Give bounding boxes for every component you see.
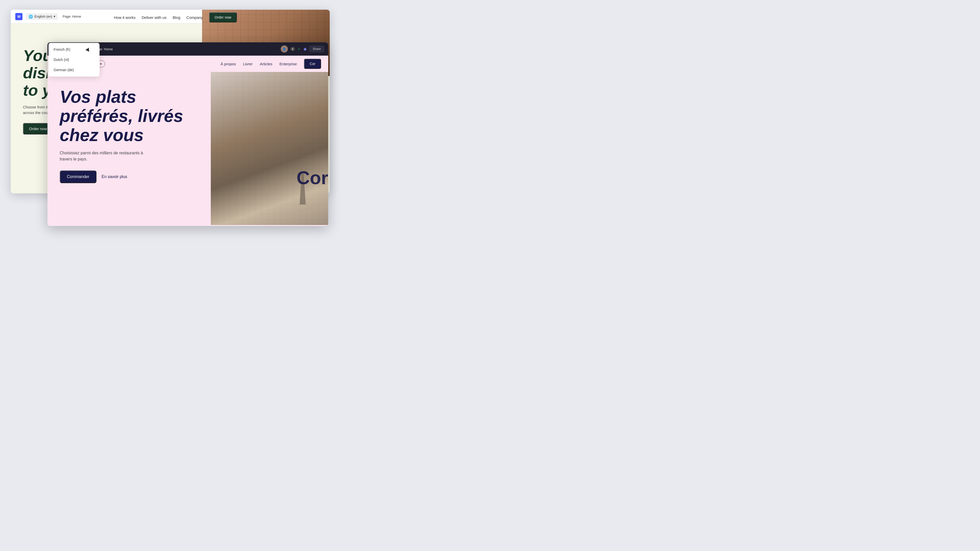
back-nav: How it works Deliver with us Blog Compan… <box>108 10 330 25</box>
notification-count-front: 6 <box>290 47 295 51</box>
front-hero-photo <box>211 72 328 225</box>
commander-hero-button[interactable]: Commander <box>60 170 97 183</box>
order-now-button-back[interactable]: Order now <box>209 12 237 22</box>
page-label-back: Page: Home <box>62 14 81 18</box>
commander-nav-button[interactable]: Cor <box>304 59 321 69</box>
paris-street-image <box>211 72 328 225</box>
lang-label-back: English (en) <box>35 14 52 18</box>
language-selector-back[interactable]: 🌐 English (en) ▾ <box>26 13 58 20</box>
dropdown-item-french[interactable]: French (fr) <box>48 44 100 55</box>
front-nav-links: À propos Livrer Articles Enterprise Cor <box>221 59 321 69</box>
share-button-front[interactable]: Share <box>309 46 324 52</box>
nav-how-it-works[interactable]: How it works <box>114 15 135 20</box>
nav-a-propos[interactable]: À propos <box>221 62 236 66</box>
language-dropdown: French (fr) Dutch (nl) German (de) <box>48 43 100 76</box>
chevron-down-icon: ▾ <box>54 14 56 18</box>
webflow-logo: W <box>15 13 22 20</box>
dropdown-item-dutch[interactable]: Dutch (nl) <box>48 55 100 65</box>
nav-enterprise[interactable]: Enterprise <box>280 62 297 66</box>
nav-blog[interactable]: Blog <box>173 15 180 20</box>
nav-company[interactable]: Company <box>186 15 203 20</box>
toolbar-right-front: 👤 6 ✓ ◉ Share <box>281 45 324 52</box>
eye-icon-front: ◉ <box>304 47 307 51</box>
dropdown-item-german[interactable]: German (de) <box>48 65 100 75</box>
front-hero: Vos plats préférés, livrés chez vous Cho… <box>48 72 328 200</box>
cor-partial-text: Cor <box>297 167 328 188</box>
en-savoir-link[interactable]: En savoir plus <box>102 175 127 179</box>
globe-icon: 🌐 <box>29 14 33 19</box>
nav-livrer[interactable]: Livrer <box>243 62 253 66</box>
nav-deliver[interactable]: Deliver with us <box>142 15 167 20</box>
front-hero-heading: Vos plats préférés, livrés chez vous <box>60 87 203 144</box>
front-hero-subtext: Choisissez parmi des milliers de restaur… <box>60 150 151 162</box>
chevron-pill: ▾ <box>100 62 102 66</box>
avatar-front: 👤 <box>281 45 288 52</box>
nav-articles[interactable]: Articles <box>260 62 272 66</box>
check-icon-front: ✓ <box>298 47 301 51</box>
